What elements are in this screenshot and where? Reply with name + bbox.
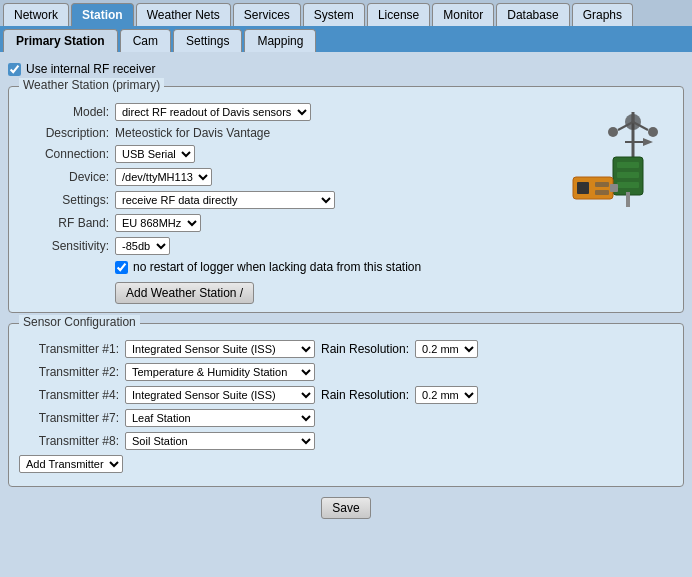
transmitter-8-row: Transmitter #8: Soil Station Integrated …: [19, 432, 673, 450]
svg-rect-17: [595, 190, 609, 195]
sensor-config-title: Sensor Configuration: [19, 315, 140, 329]
main-content: Use internal RF receiver Weather Station…: [0, 52, 692, 527]
use-internal-rf-label: Use internal RF receiver: [26, 62, 155, 76]
rain-resolution-1-label: Rain Resolution:: [321, 342, 409, 356]
weather-station-title: Weather Station (primary): [19, 78, 164, 92]
description-label: Description:: [19, 126, 109, 140]
svg-rect-10: [617, 162, 639, 168]
secondary-nav-tab-settings[interactable]: Settings: [173, 29, 242, 52]
secondary-nav-tab-mapping[interactable]: Mapping: [244, 29, 316, 52]
transmitter-8-select[interactable]: Soil Station Integrated Sensor Suite (IS…: [125, 432, 315, 450]
svg-point-5: [648, 127, 658, 137]
station-illustration: [553, 102, 673, 232]
transmitter-4-label: Transmitter #4:: [19, 388, 119, 402]
sensitivity-select[interactable]: -85db -75db -65db: [115, 237, 170, 255]
top-nav-tab-network[interactable]: Network: [3, 3, 69, 26]
svg-rect-18: [610, 184, 618, 192]
transmitter-1-row: Transmitter #1: Integrated Sensor Suite …: [19, 340, 673, 358]
svg-rect-11: [617, 172, 639, 178]
transmitter-7-select[interactable]: Leaf Station Integrated Sensor Suite (IS…: [125, 409, 315, 427]
description-value: Meteostick for Davis Vantage: [115, 126, 270, 140]
top-nav-tab-database[interactable]: Database: [496, 3, 569, 26]
top-nav-tab-monitor[interactable]: Monitor: [432, 3, 494, 26]
no-restart-checkbox[interactable]: [115, 261, 128, 274]
rain-resolution-4-select[interactable]: 0.2 mm 0.1 mm 1 mm: [415, 386, 478, 404]
sensor-config-section: Sensor Configuration Transmitter #1: Int…: [8, 323, 684, 487]
svg-marker-8: [643, 138, 653, 146]
transmitter-4-row: Transmitter #4: Integrated Sensor Suite …: [19, 386, 673, 404]
no-restart-row: no restart of logger when lacking data f…: [115, 260, 673, 274]
svg-rect-12: [617, 182, 639, 188]
sensor-config-fields: Transmitter #1: Integrated Sensor Suite …: [19, 340, 673, 473]
transmitter-7-label: Transmitter #7:: [19, 411, 119, 425]
transmitter-8-label: Transmitter #8:: [19, 434, 119, 448]
station-image-area: [553, 102, 673, 232]
top-nav-tab-graphs[interactable]: Graphs: [572, 3, 633, 26]
rfband-label: RF Band:: [19, 216, 109, 230]
device-label: Device:: [19, 170, 109, 184]
save-button[interactable]: Save: [321, 497, 370, 519]
top-nav: NetworkStationWeather NetsServicesSystem…: [0, 0, 692, 26]
secondary-nav-tab-primaryStation[interactable]: Primary Station: [3, 29, 118, 52]
top-nav-tab-services[interactable]: Services: [233, 3, 301, 26]
svg-point-3: [608, 127, 618, 137]
weather-station-section: Weather Station (primary): [8, 86, 684, 313]
model-select[interactable]: direct RF readout of Davis sensors Other: [115, 103, 311, 121]
add-weather-station-button[interactable]: Add Weather Station /: [115, 282, 254, 304]
transmitter-1-select[interactable]: Integrated Sensor Suite (ISS) Temperatur…: [125, 340, 315, 358]
add-station-area: Add Weather Station /: [115, 282, 673, 304]
sensitivity-row: Sensitivity: -85db -75db -65db: [19, 237, 673, 255]
svg-rect-15: [577, 182, 589, 194]
transmitter-2-label: Transmitter #2:: [19, 365, 119, 379]
transmitter-2-row: Transmitter #2: Temperature & Humidity S…: [19, 363, 673, 381]
transmitter-7-row: Transmitter #7: Leaf Station Integrated …: [19, 409, 673, 427]
rfband-select[interactable]: EU 868MHz US 915MHz: [115, 214, 201, 232]
device-select[interactable]: /dev/ttyMH113 /dev/ttyUSB0: [115, 168, 212, 186]
no-restart-label: no restart of logger when lacking data f…: [133, 260, 421, 274]
model-label: Model:: [19, 105, 109, 119]
secondary-nav: Primary StationCamSettingsMapping: [0, 26, 692, 52]
transmitter-2-select[interactable]: Temperature & Humidity Station Integrate…: [125, 363, 315, 381]
top-nav-tab-station[interactable]: Station: [71, 3, 134, 26]
top-nav-tab-weatherNets[interactable]: Weather Nets: [136, 3, 231, 26]
use-internal-rf-row: Use internal RF receiver: [8, 60, 684, 78]
add-transmitter-row: Add Transmitter Type 1 Type 2: [19, 455, 673, 473]
settings-label: Settings:: [19, 193, 109, 207]
transmitter-1-label: Transmitter #1:: [19, 342, 119, 356]
save-area: Save: [8, 497, 684, 519]
connection-select[interactable]: USB Serial Network Serial: [115, 145, 195, 163]
top-nav-tab-system[interactable]: System: [303, 3, 365, 26]
settings-select[interactable]: receive RF data directly other setting: [115, 191, 335, 209]
secondary-nav-tab-cam[interactable]: Cam: [120, 29, 171, 52]
rain-resolution-4-label: Rain Resolution:: [321, 388, 409, 402]
sensitivity-label: Sensitivity:: [19, 239, 109, 253]
connection-label: Connection:: [19, 147, 109, 161]
svg-rect-16: [595, 182, 609, 187]
use-internal-rf-checkbox[interactable]: [8, 63, 21, 76]
add-transmitter-select[interactable]: Add Transmitter Type 1 Type 2: [19, 455, 123, 473]
top-nav-tab-license[interactable]: License: [367, 3, 430, 26]
svg-rect-13: [626, 192, 630, 207]
rain-resolution-1-select[interactable]: 0.2 mm 0.1 mm 1 mm: [415, 340, 478, 358]
transmitter-4-select[interactable]: Integrated Sensor Suite (ISS) Temperatur…: [125, 386, 315, 404]
